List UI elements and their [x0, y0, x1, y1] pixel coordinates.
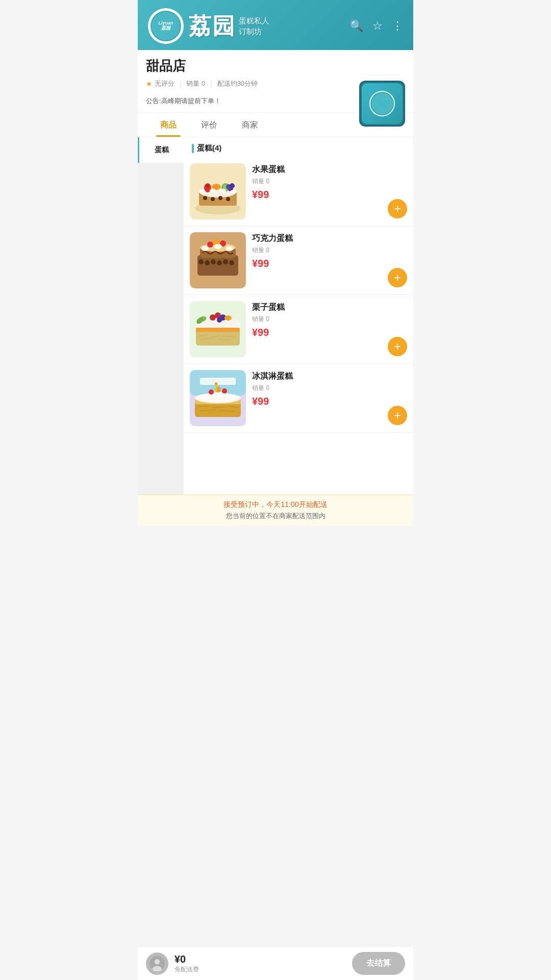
logo-circle: Liyuan 荔园	[148, 8, 184, 44]
notice-secondary-text: 您当前的位置不在商家配送范围内	[146, 511, 405, 521]
tab-reviews[interactable]: 评价	[189, 113, 230, 137]
add-to-cart-button-2[interactable]: +	[388, 268, 407, 287]
product-image-3	[190, 301, 246, 357]
table-row: 栗子蛋糕 销量 0 ¥99 +	[184, 295, 413, 364]
sales-item: 销量 0	[186, 79, 205, 88]
delivery-item: 配送约30分钟	[217, 79, 258, 88]
table-row: 水果蛋糕 销量 0 ¥99 +	[184, 157, 413, 226]
logo-text: Liyuan 荔园	[158, 21, 173, 31]
header-left: Liyuan 荔园 荔园 蛋糕私人 订制坊	[148, 8, 269, 44]
tab-merchant[interactable]: 商家	[230, 113, 270, 137]
product-name-3: 栗子蛋糕	[252, 302, 382, 313]
svg-point-28	[211, 259, 216, 264]
svg-point-20	[218, 196, 222, 200]
meta-divider-1: |	[180, 80, 181, 88]
header-title: 荔园 蛋糕私人 订制坊	[189, 11, 269, 41]
product-sales-1: 销量 0	[252, 177, 382, 186]
svg-point-62	[201, 394, 209, 399]
svg-point-18	[203, 196, 207, 200]
star-icon: ★	[146, 80, 153, 88]
svg-point-29	[217, 260, 222, 265]
product-price-2: ¥99	[252, 258, 382, 270]
tab-products[interactable]: 商品	[148, 113, 189, 137]
header: Liyuan 荔园 荔园 蛋糕私人 订制坊 🔍 ☆ ⋮	[138, 0, 413, 50]
svg-point-16	[220, 189, 226, 193]
svg-point-26	[198, 259, 204, 264]
category-title: 蛋糕(4)	[197, 143, 221, 153]
rating-item: ★ 无评分	[146, 79, 174, 88]
search-icon[interactable]: 🔍	[349, 19, 363, 33]
svg-point-27	[205, 260, 210, 265]
add-to-cart-button-3[interactable]: +	[388, 337, 407, 356]
svg-rect-58	[201, 379, 235, 384]
add-to-cart-button-4[interactable]: +	[388, 406, 407, 425]
product-details-1: 水果蛋糕 销量 0 ¥99	[252, 163, 382, 219]
svg-point-48	[217, 317, 222, 323]
product-sales-2: 销量 0	[252, 246, 382, 255]
meta-divider-2: |	[210, 80, 212, 88]
product-price-3: ¥99	[252, 327, 382, 338]
notice-primary-text: 接受预订中，今天11:00开始配送	[146, 500, 405, 509]
store-card-logo-text: Liyuan 荔园	[375, 99, 389, 108]
svg-point-31	[229, 260, 234, 265]
svg-point-65	[209, 389, 214, 395]
svg-point-14	[199, 190, 206, 194]
store-name: 甜品店	[146, 57, 405, 75]
add-to-cart-button-1[interactable]: +	[388, 199, 407, 218]
svg-rect-68	[215, 384, 217, 391]
product-sales-4: 销量 0	[252, 384, 382, 393]
category-bar-decoration	[192, 144, 194, 153]
product-name-2: 巧克力蛋糕	[252, 233, 382, 244]
product-name-1: 水果蛋糕	[252, 164, 382, 175]
svg-point-49	[224, 315, 232, 321]
svg-point-21	[226, 197, 230, 201]
brand-name: 荔园	[189, 11, 236, 41]
table-row: 巧克力蛋糕 销量 0 ¥99 +	[184, 226, 413, 295]
svg-point-64	[227, 394, 235, 399]
header-subtitle: 蛋糕私人 订制坊	[239, 15, 269, 37]
store-card-overlay: Liyuan 荔园	[359, 81, 405, 127]
store-card-logo: Liyuan 荔园	[369, 91, 395, 116]
svg-point-32	[207, 241, 213, 248]
svg-point-17	[230, 190, 236, 194]
svg-point-36	[214, 244, 222, 249]
store-logo-inner: Liyuan 荔园	[370, 92, 394, 115]
svg-rect-23	[197, 255, 238, 276]
notice-banner: 接受预订中，今天11:00开始配送 您当前的位置不在商家配送范围内	[138, 495, 413, 526]
product-details-4: 冰淇淋蛋糕 销量 0 ¥99	[252, 370, 382, 426]
sidebar: 蛋糕	[138, 137, 184, 495]
product-name-4: 冰淇淋蛋糕	[252, 371, 382, 382]
category-header: 蛋糕(4)	[184, 137, 413, 157]
store-card-inner: Liyuan 荔园	[362, 83, 403, 124]
product-sales-3: 销量 0	[252, 315, 382, 324]
svg-point-15	[210, 189, 216, 193]
table-row: 冰淇淋蛋糕 销量 0 ¥99 +	[184, 364, 413, 433]
svg-point-5	[206, 184, 210, 187]
sidebar-item-cake[interactable]: 蛋糕	[138, 137, 184, 163]
svg-point-35	[202, 246, 209, 251]
logo-inner: Liyuan 荔园	[151, 11, 181, 41]
product-image-1	[190, 163, 246, 219]
svg-point-67	[222, 388, 227, 394]
product-details-3: 栗子蛋糕 销量 0 ¥99	[252, 301, 382, 357]
product-price-4: ¥99	[252, 396, 382, 407]
favorite-icon[interactable]: ☆	[372, 19, 383, 33]
svg-point-19	[211, 197, 215, 201]
svg-rect-41	[196, 328, 240, 332]
notice-text: 公告:高峰期请提前下单！	[146, 96, 221, 106]
product-price-1: ¥99	[252, 189, 382, 201]
content-area: 蛋糕 蛋糕(4)	[138, 137, 413, 495]
svg-point-30	[223, 259, 228, 264]
product-list: 蛋糕(4)	[184, 137, 413, 495]
product-details-2: 巧克力蛋糕 销量 0 ¥99	[252, 232, 382, 288]
svg-point-13	[230, 183, 235, 188]
header-icons: 🔍 ☆ ⋮	[349, 19, 403, 33]
product-image-2	[190, 232, 246, 288]
more-icon[interactable]: ⋮	[392, 19, 403, 33]
svg-point-37	[226, 246, 233, 251]
svg-point-69	[215, 382, 218, 385]
product-image-4	[190, 370, 246, 426]
